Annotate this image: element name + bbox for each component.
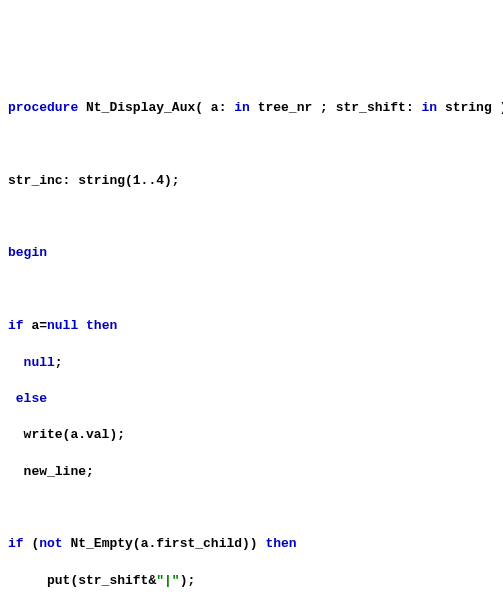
blank-line xyxy=(8,208,495,226)
kw-begin: begin xyxy=(8,245,47,260)
kw-if: if xyxy=(8,318,24,333)
code-line: new_line; xyxy=(8,463,495,481)
kw-if: if xyxy=(8,536,24,551)
type: string ) xyxy=(437,100,503,115)
text: Nt_Empty(a.first_child)) xyxy=(63,536,266,551)
semi: ; xyxy=(55,355,63,370)
code-line: else xyxy=(8,390,495,408)
indent xyxy=(8,355,24,370)
type: tree_nr ; str_shift: xyxy=(250,100,422,115)
kw-else: else xyxy=(16,391,47,406)
code-line: str_inc: string(1..4); xyxy=(8,172,495,190)
kw-not: not xyxy=(39,536,62,551)
code-block: procedure Nt_Display_Aux( a: in tree_nr … xyxy=(8,81,495,609)
kw-then: then xyxy=(265,536,296,551)
indent xyxy=(8,391,16,406)
code-line: if (not Nt_Empty(a.first_child)) then xyxy=(8,535,495,553)
code-line: put(str_shift&"|"); xyxy=(8,572,495,590)
code-line: procedure Nt_Display_Aux( a: in tree_nr … xyxy=(8,99,495,117)
ident: Nt_Display_Aux( a: xyxy=(78,100,234,115)
kw-null: null xyxy=(47,318,78,333)
kw-null: null xyxy=(24,355,55,370)
blank-line xyxy=(8,499,495,517)
string-literal: "|" xyxy=(156,573,179,588)
kw-procedure: procedure xyxy=(8,100,78,115)
code-line: write(a.val); xyxy=(8,426,495,444)
blank-line xyxy=(8,281,495,299)
kw-in: in xyxy=(422,100,438,115)
blank-line xyxy=(8,135,495,153)
code-line: begin xyxy=(8,244,495,262)
kw-in: in xyxy=(234,100,250,115)
text: ( xyxy=(24,536,40,551)
code-line: if a=null then xyxy=(8,317,495,335)
text: put(str_shift& xyxy=(8,573,156,588)
text: ); xyxy=(180,573,196,588)
text: a= xyxy=(24,318,47,333)
code-line: null; xyxy=(8,354,495,372)
sp xyxy=(78,318,86,333)
kw-then: then xyxy=(86,318,117,333)
